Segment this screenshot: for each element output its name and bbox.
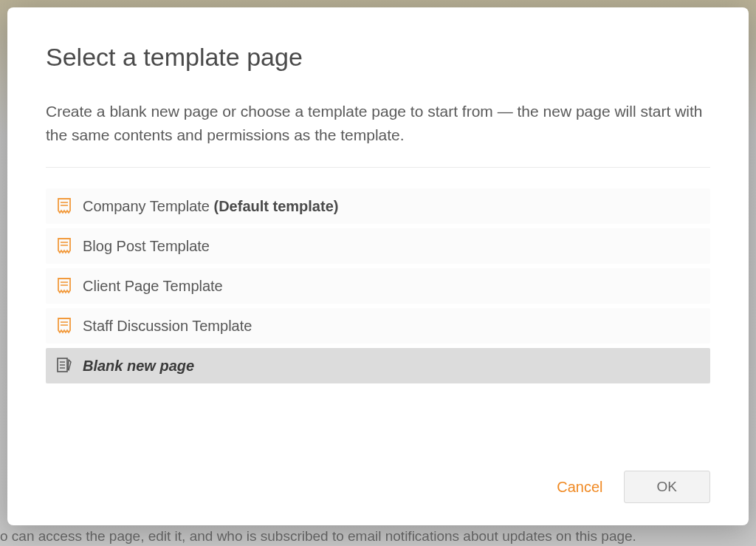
divider [46,167,710,168]
template-icon [56,277,72,295]
template-item-label: Company Template (Default template) [83,198,338,215]
ok-button[interactable]: OK [624,471,710,503]
default-template-badge: (Default template) [214,198,339,214]
template-icon [56,197,72,215]
cancel-button[interactable]: Cancel [557,479,602,496]
template-select-modal: Select a template page Create a blank ne… [7,7,749,525]
template-list: Company Template (Default template) Blog… [46,188,710,383]
template-icon [56,237,72,255]
modal-description: Create a blank new page or choose a temp… [46,100,710,146]
modal-title: Select a template page [46,43,710,72]
template-item-label: Blank new page [83,358,194,375]
template-item-label: Client Page Template [83,278,223,295]
template-item-client-page[interactable]: Client Page Template [46,268,710,304]
backdrop-text: o can access the page, edit it, and who … [0,528,756,545]
template-item-label: Staff Discussion Template [83,318,252,335]
template-icon [56,317,72,335]
template-item-blog-post[interactable]: Blog Post Template [46,228,710,264]
template-item-company[interactable]: Company Template (Default template) [46,188,710,224]
backdrop-fragment [0,0,7,546]
template-item-staff-discussion[interactable]: Staff Discussion Template [46,308,710,344]
template-item-blank-page[interactable]: Blank new page [46,348,710,383]
blank-page-icon [56,357,72,375]
template-item-label: Blog Post Template [83,238,210,255]
modal-footer: Cancel OK [46,471,710,503]
